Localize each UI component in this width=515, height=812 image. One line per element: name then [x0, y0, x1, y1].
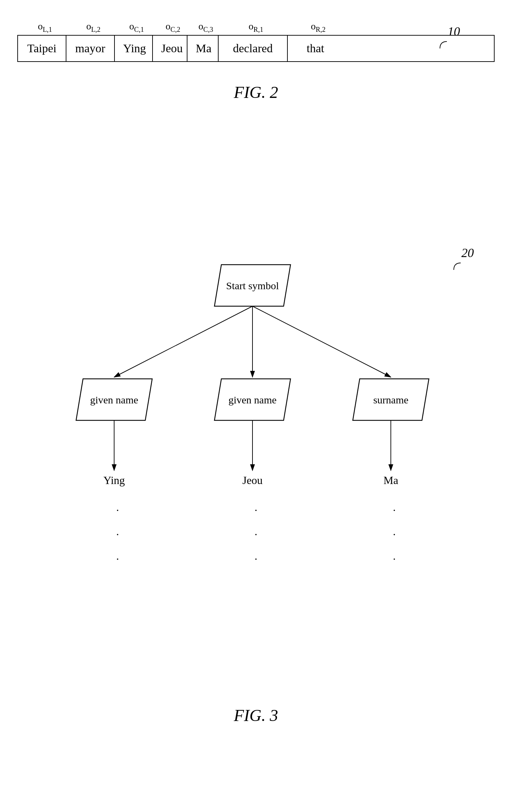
- fig3-caption: FIG. 3: [17, 706, 495, 725]
- dots-ying: ···: [107, 498, 128, 571]
- fig2-number: 10: [448, 24, 460, 39]
- word-jeou: Jeou: [153, 36, 187, 61]
- given-name-left-node: given name: [73, 377, 156, 422]
- word-ma: Ma: [187, 36, 219, 61]
- fig2-section: 10 oL,1 oL,2 oC,1 oC,2 oC,3 oR,1 oR,2: [17, 21, 495, 102]
- label-or1: oR,1: [221, 21, 291, 34]
- leaf-ying: Ying: [86, 474, 142, 487]
- label-or2: oR,2: [291, 21, 346, 34]
- svg-line-3: [252, 306, 391, 377]
- tree-diagram: Start symbol given name given name surna…: [17, 242, 495, 692]
- word-declared: declared: [219, 36, 288, 61]
- label-oc3: oC,3: [190, 21, 221, 34]
- word-mayor: mayor: [66, 36, 115, 61]
- word-that: that: [288, 36, 343, 61]
- dots-ma: ···: [384, 498, 405, 571]
- label-ol1: oL,1: [21, 21, 69, 34]
- tree-arrows: [17, 242, 495, 692]
- label-oc1: oC,1: [118, 21, 156, 34]
- label-ol2: oL,2: [69, 21, 118, 34]
- surname-node: surname: [349, 377, 432, 422]
- svg-line-1: [114, 306, 252, 377]
- given-name-center-node: given name: [211, 377, 294, 422]
- leaf-ma: Ma: [363, 474, 419, 487]
- dots-jeou: ···: [246, 498, 266, 571]
- word-table: Taipei mayor Ying Jeou Ma declared that: [17, 35, 495, 62]
- label-oc2: oC,2: [156, 21, 190, 34]
- fig2-caption: FIG. 2: [17, 83, 495, 102]
- start-symbol-node: Start symbol: [211, 263, 294, 308]
- fig3-section: 20: [17, 242, 495, 725]
- labels-row: oL,1 oL,2 oC,1 oC,2 oC,3 oR,1 oR,2: [17, 21, 495, 34]
- curve-10-icon: [436, 40, 450, 54]
- word-ying: Ying: [115, 36, 153, 61]
- leaf-jeou: Jeou: [225, 474, 280, 487]
- word-taipei: Taipei: [18, 36, 66, 61]
